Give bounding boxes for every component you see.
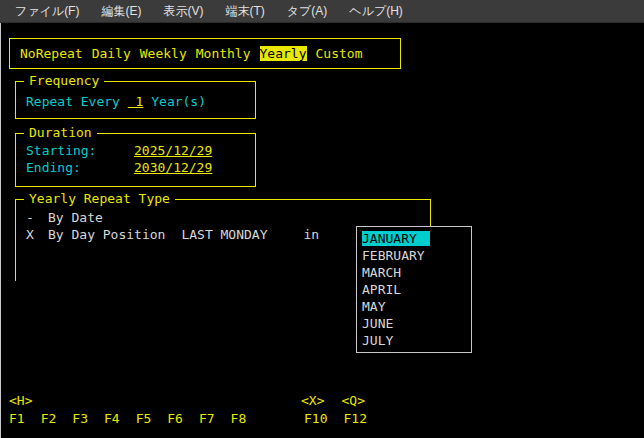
- fkey-f3: F3: [72, 411, 88, 426]
- month-item-may[interactable]: MAY: [357, 298, 471, 315]
- month-item-label: JULY: [362, 333, 393, 348]
- fkey-f5: F5: [136, 411, 152, 426]
- tab-weekly[interactable]: Weekly: [140, 46, 187, 61]
- menu-file[interactable]: ファイル(F): [4, 0, 90, 23]
- by-day-position-label: By Day Position: [48, 227, 165, 242]
- tab-yearly[interactable]: Yearly: [260, 46, 307, 61]
- exit-key-hints: <X> <Q>: [301, 393, 365, 408]
- frequency-unit-label: Year(s): [151, 94, 206, 109]
- fkey-f2: F2: [41, 411, 57, 426]
- fkey-f12: F12: [343, 411, 366, 426]
- month-dropdown-list: JANUARY FEBRUARY MARCH APRIL MAY JUNE JU…: [356, 226, 472, 353]
- starting-row: Starting:2025/12/29: [26, 143, 255, 158]
- frequency-group-title: Frequency: [24, 73, 104, 88]
- month-item-label: JUNE: [362, 316, 393, 331]
- starting-date-field[interactable]: 2025/12/29: [134, 143, 212, 158]
- tab-monthly[interactable]: Monthly: [196, 46, 251, 61]
- accept-key-hint: <X>: [301, 393, 324, 408]
- menu-terminal[interactable]: 端末(T): [214, 0, 275, 23]
- duration-group-title: Duration: [24, 125, 97, 140]
- frequency-value-field[interactable]: 1: [128, 94, 144, 109]
- fkey-f7: F7: [199, 411, 215, 426]
- tab-custom[interactable]: Custom: [316, 46, 363, 61]
- month-item-february[interactable]: FEBRUARY: [357, 247, 471, 264]
- menubar: ファイル(F) 編集(E) 表示(V) 端末(T) タブ(A) ヘルプ(H): [0, 0, 644, 23]
- function-key-row-right: F10 F12: [304, 411, 367, 426]
- duration-group: Duration Starting:2025/12/29 Ending:2030…: [15, 133, 256, 187]
- month-item-march[interactable]: MARCH: [357, 264, 471, 281]
- menu-view[interactable]: 表示(V): [152, 0, 214, 23]
- repeat-every-label: Repeat Every: [26, 94, 120, 109]
- frequency-row: Repeat Every 1 Year(s): [26, 94, 255, 109]
- month-item-label: FEBRUARY: [362, 248, 425, 263]
- terminal-window: ファイル(F) 編集(E) 表示(V) 端末(T) タブ(A) ヘルプ(H) N…: [0, 0, 644, 438]
- month-item-june[interactable]: JUNE: [357, 315, 471, 332]
- spacer: [120, 94, 128, 109]
- fkey-f6: F6: [167, 411, 183, 426]
- month-item-july[interactable]: JULY: [357, 332, 471, 349]
- repeat-mode-tabs: NoRepeat Daily Weekly Monthly Yearly Cus…: [9, 38, 401, 69]
- yearly-repeat-type-title: Yearly Repeat Type: [24, 191, 175, 206]
- month-item-label: MARCH: [362, 265, 401, 280]
- day-position-value-field[interactable]: LAST MONDAY: [181, 227, 267, 242]
- fkey-f4: F4: [104, 411, 120, 426]
- month-item-label: APRIL: [362, 282, 401, 297]
- month-item-january[interactable]: JANUARY: [357, 230, 471, 247]
- by-date-option[interactable]: -By Date: [26, 210, 430, 225]
- menu-edit[interactable]: 編集(E): [90, 0, 152, 23]
- fkey-f1: F1: [9, 411, 25, 426]
- by-day-position-marker: X: [26, 227, 48, 242]
- menu-tabs[interactable]: タブ(A): [276, 0, 339, 23]
- quit-key-hint: <Q>: [341, 393, 364, 408]
- tab-norepeat[interactable]: NoRepeat: [20, 46, 83, 61]
- function-key-row: F1 F2 F3 F4 F5 F6 F7 F8: [9, 411, 246, 426]
- terminal-content: NoRepeat Daily Weekly Monthly Yearly Cus…: [0, 23, 644, 438]
- month-item-april[interactable]: APRIL: [357, 281, 471, 298]
- fkey-f10: F10: [304, 411, 327, 426]
- menu-help[interactable]: ヘルプ(H): [338, 0, 414, 23]
- ending-row: Ending:2030/12/29: [26, 160, 255, 175]
- fkey-f8: F8: [231, 411, 247, 426]
- month-item-label: JANUARY: [362, 231, 430, 246]
- by-date-label: By Date: [48, 210, 103, 225]
- frequency-group: Frequency Repeat Every 1 Year(s): [15, 81, 256, 119]
- ending-label: Ending:: [26, 160, 134, 175]
- by-date-marker: -: [26, 210, 48, 225]
- in-label: in: [304, 227, 320, 242]
- tab-daily[interactable]: Daily: [92, 46, 131, 61]
- ending-date-field[interactable]: 2030/12/29: [134, 160, 212, 175]
- month-item-label: MAY: [362, 299, 385, 314]
- help-key-hint: <H>: [9, 393, 32, 408]
- starting-label: Starting:: [26, 143, 134, 158]
